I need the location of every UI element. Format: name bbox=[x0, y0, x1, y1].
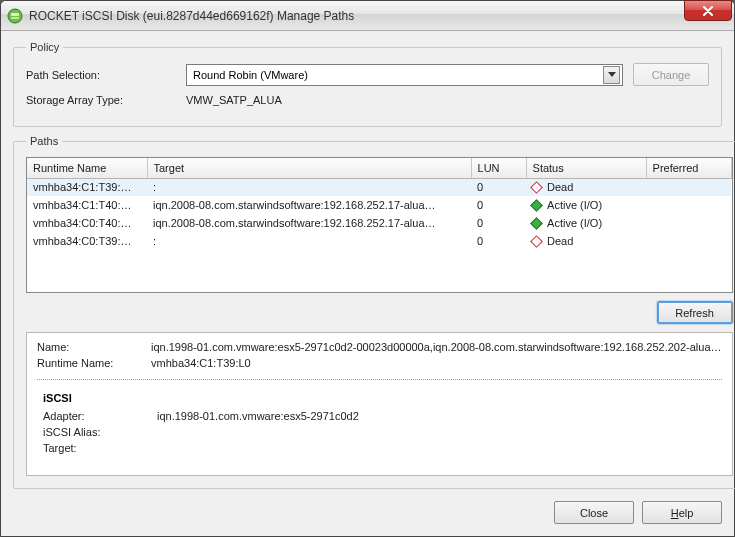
col-target[interactable]: Target bbox=[147, 158, 471, 178]
iscsi-target-label: Target: bbox=[43, 442, 153, 454]
cell-preferred bbox=[646, 232, 731, 250]
col-status[interactable]: Status bbox=[526, 158, 646, 178]
adapter-label: Adapter: bbox=[43, 410, 153, 422]
table-row[interactable]: vmhba34:C0:T40:…iqn.2008-08.com.starwind… bbox=[27, 214, 731, 232]
cell-target: : bbox=[147, 232, 471, 250]
status-text: Dead bbox=[547, 181, 573, 193]
cell-preferred bbox=[646, 178, 731, 196]
cell-target: iqn.2008-08.com.starwindsoftware:192.168… bbox=[147, 214, 471, 232]
app-icon bbox=[7, 8, 23, 24]
cell-target: iqn.2008-08.com.starwindsoftware:192.168… bbox=[147, 196, 471, 214]
status-active-icon bbox=[530, 199, 543, 212]
cell-status: Dead bbox=[526, 232, 646, 250]
cell-lun: 0 bbox=[471, 214, 526, 232]
path-selection-label: Path Selection: bbox=[26, 69, 176, 81]
col-runtime[interactable]: Runtime Name bbox=[27, 158, 147, 178]
detail-name-label: Name: bbox=[37, 341, 147, 353]
svg-rect-2 bbox=[11, 17, 19, 19]
refresh-button[interactable]: Refresh bbox=[657, 301, 733, 324]
path-details-panel: Name: iqn.1998-01.com.vmware:esx5-2971c0… bbox=[26, 332, 733, 476]
titlebar[interactable]: ROCKET iSCSI Disk (eui.8287d44ed669162f)… bbox=[1, 1, 734, 31]
table-row[interactable]: vmhba34:C1:T40:…iqn.2008-08.com.starwind… bbox=[27, 196, 731, 214]
cell-preferred bbox=[646, 214, 731, 232]
status-text: Active (I/O) bbox=[547, 199, 602, 211]
close-button[interactable]: Close bbox=[554, 501, 634, 524]
cell-lun: 0 bbox=[471, 232, 526, 250]
dialog-footer: Close Help bbox=[13, 497, 722, 524]
paths-legend: Paths bbox=[26, 135, 62, 147]
detail-name-value: iqn.1998-01.com.vmware:esx5-2971c0d2-000… bbox=[151, 341, 722, 353]
storage-array-type-label: Storage Array Type: bbox=[26, 94, 176, 106]
paths-group: Paths Runtime Name bbox=[13, 135, 735, 489]
cell-target: : bbox=[147, 178, 471, 196]
cell-lun: 0 bbox=[471, 196, 526, 214]
cell-status: Dead bbox=[526, 178, 646, 196]
detail-runtime-value: vmhba34:C1:T39:L0 bbox=[151, 357, 722, 369]
status-active-icon bbox=[530, 217, 543, 230]
paths-header-row[interactable]: Runtime Name Target LUN Status Preferred bbox=[27, 158, 731, 178]
policy-group: Policy Path Selection: Round Robin (VMwa… bbox=[13, 41, 722, 127]
dropdown-button[interactable] bbox=[603, 66, 620, 84]
divider bbox=[37, 379, 722, 380]
window-close-button[interactable] bbox=[684, 0, 732, 21]
status-dead-icon bbox=[530, 181, 543, 194]
paths-table[interactable]: Runtime Name Target LUN Status Preferred… bbox=[26, 157, 733, 293]
iscsi-alias-label: iSCSI Alias: bbox=[43, 426, 153, 438]
policy-legend: Policy bbox=[26, 41, 63, 53]
status-text: Dead bbox=[547, 235, 573, 247]
iscsi-section-title: iSCSI bbox=[43, 392, 722, 404]
window-title: ROCKET iSCSI Disk (eui.8287d44ed669162f)… bbox=[29, 9, 684, 23]
storage-array-type-value: VMW_SATP_ALUA bbox=[186, 94, 282, 106]
cell-status: Active (I/O) bbox=[526, 196, 646, 214]
path-selection-value: Round Robin (VMware) bbox=[193, 69, 603, 81]
chevron-down-icon bbox=[608, 72, 616, 78]
help-button[interactable]: Help bbox=[642, 501, 722, 524]
detail-runtime-label: Runtime Name: bbox=[37, 357, 147, 369]
adapter-value: iqn.1998-01.com.vmware:esx5-2971c0d2 bbox=[157, 410, 722, 422]
cell-runtime: vmhba34:C1:T40:… bbox=[27, 196, 147, 214]
col-preferred[interactable]: Preferred bbox=[646, 158, 731, 178]
change-button: Change bbox=[633, 63, 709, 86]
svg-rect-1 bbox=[11, 13, 19, 16]
manage-paths-dialog: ROCKET iSCSI Disk (eui.8287d44ed669162f)… bbox=[0, 0, 735, 537]
client-area: Policy Path Selection: Round Robin (VMwa… bbox=[1, 31, 734, 536]
status-text: Active (I/O) bbox=[547, 217, 602, 229]
iscsi-alias-value bbox=[157, 426, 722, 438]
path-selection-dropdown[interactable]: Round Robin (VMware) bbox=[186, 64, 623, 86]
iscsi-target-value bbox=[157, 442, 722, 454]
cell-preferred bbox=[646, 196, 731, 214]
cell-status: Active (I/O) bbox=[526, 214, 646, 232]
table-row[interactable]: vmhba34:C0:T39:…:0Dead bbox=[27, 232, 731, 250]
cell-runtime: vmhba34:C0:T40:… bbox=[27, 214, 147, 232]
table-row[interactable]: vmhba34:C1:T39:…:0Dead bbox=[27, 178, 731, 196]
cell-lun: 0 bbox=[471, 178, 526, 196]
cell-runtime: vmhba34:C0:T39:… bbox=[27, 232, 147, 250]
cell-runtime: vmhba34:C1:T39:… bbox=[27, 178, 147, 196]
status-dead-icon bbox=[530, 235, 543, 248]
col-lun[interactable]: LUN bbox=[471, 158, 526, 178]
